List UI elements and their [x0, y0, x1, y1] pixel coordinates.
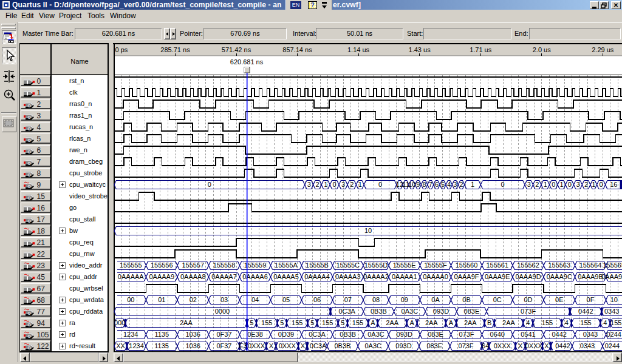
svg-text:1: 1 [471, 181, 474, 188]
svg-text:o: o [27, 125, 30, 131]
svg-text:0E: 0E [555, 296, 563, 303]
svg-text:1: 1 [358, 181, 362, 188]
svg-text:3: 3 [341, 181, 345, 188]
svg-text:o: o [27, 183, 30, 189]
svg-text:o: o [27, 160, 30, 166]
svg-text:0: 0 [378, 181, 382, 188]
svg-text:155: 155 [610, 319, 621, 326]
svg-text:0AAA9F: 0AAA9F [454, 273, 479, 280]
svg-text:093D: 093D [433, 308, 449, 315]
svg-text:0E38: 0E38 [247, 331, 263, 338]
svg-text:X: X [301, 342, 306, 349]
svg-text:0F37: 0F37 [216, 342, 231, 349]
svg-text:1: 1 [544, 181, 547, 188]
svg-text:09: 09 [401, 296, 408, 303]
svg-text:0: 0 [333, 181, 337, 188]
svg-text:B: B [487, 319, 491, 326]
svg-text:o: o [27, 344, 30, 350]
svg-text:0A3C: 0A3C [364, 342, 381, 349]
svg-text:07: 07 [344, 296, 352, 303]
svg-text:2: 2 [535, 181, 539, 188]
svg-text:0343: 0343 [604, 308, 619, 315]
svg-text:155558: 155558 [213, 261, 236, 269]
svg-text:0442: 0442 [578, 308, 593, 315]
svg-text:0D: 0D [524, 296, 532, 303]
svg-text:15555D: 15555D [364, 261, 388, 269]
svg-text:o: o [27, 102, 30, 108]
svg-text:073F: 073F [459, 331, 474, 338]
svg-text:073F: 073F [458, 342, 473, 349]
svg-text:1135: 1135 [154, 342, 169, 349]
svg-text:093D: 093D [395, 342, 411, 349]
svg-text:2AA: 2AA [180, 319, 193, 326]
svg-text:0XXX: 0XXX [248, 342, 265, 349]
svg-text:155560: 155560 [456, 261, 478, 269]
svg-text:0343: 0343 [583, 331, 598, 338]
svg-text:15555E: 15555E [393, 261, 416, 269]
svg-text:0000: 0000 [215, 308, 230, 315]
svg-text:155555: 155555 [120, 261, 142, 269]
svg-text:0XXX: 0XXX [279, 342, 296, 349]
svg-text:0AAAA3: 0AAAA3 [335, 273, 361, 280]
svg-text:o: o [27, 194, 30, 200]
svg-text:X: X [518, 342, 523, 349]
svg-text:0AAA9E: 0AAA9E [485, 273, 510, 280]
svg-text:4: 4 [526, 319, 530, 326]
svg-text:o: o [27, 217, 30, 223]
svg-text:01: 01 [158, 296, 165, 303]
svg-text:155557: 155557 [182, 261, 204, 269]
svg-text:1.43 us: 1.43 us [409, 46, 431, 53]
svg-text:0343: 0343 [580, 342, 595, 349]
svg-text:083E: 083E [464, 308, 480, 315]
svg-text:0F: 0F [587, 296, 595, 303]
svg-text:083E: 083E [428, 331, 443, 338]
svg-text:0AAAA9: 0AAAA9 [149, 273, 174, 280]
svg-text:0 ps: 0 ps [115, 46, 128, 53]
svg-text:08: 08 [372, 296, 380, 303]
svg-text:15555F: 15555F [424, 261, 447, 269]
svg-text:3: 3 [307, 181, 311, 188]
svg-text:0: 0 [600, 181, 603, 188]
svg-text:0C3A: 0C3A [309, 331, 326, 338]
svg-text:155: 155 [352, 319, 363, 326]
svg-text:0A3C: 0A3C [367, 331, 384, 338]
svg-text:0AAAA2: 0AAAA2 [363, 273, 389, 280]
svg-text:083E: 083E [426, 342, 442, 349]
svg-text:0A: 0A [431, 296, 440, 303]
svg-text:1036: 1036 [186, 342, 200, 349]
svg-text:15555C: 15555C [336, 261, 360, 269]
svg-text:0B: 0B [462, 296, 470, 303]
svg-text:0244: 0244 [607, 331, 621, 338]
svg-text:093D: 093D [397, 331, 412, 338]
svg-text:0AAAA0: 0AAAA0 [423, 273, 448, 280]
svg-text:15555A: 15555A [275, 261, 298, 269]
svg-text:0: 0 [552, 181, 555, 188]
svg-text:2.29 us: 2.29 us [592, 46, 614, 53]
svg-text:o: o [27, 171, 30, 177]
svg-text:0XXX: 0XXX [525, 342, 543, 349]
svg-text:0B3B: 0B3B [334, 342, 350, 349]
svg-text:857.14 ns: 857.14 ns [282, 46, 312, 53]
svg-text:2AA: 2AA [386, 319, 398, 326]
svg-text:1.71 us: 1.71 us [470, 46, 492, 53]
svg-text:7: 7 [429, 181, 432, 188]
svg-text:5: 5 [250, 319, 253, 326]
svg-text:0: 0 [568, 181, 572, 188]
svg-text:155561: 155561 [486, 261, 508, 269]
svg-text:03: 03 [220, 296, 228, 303]
svg-text:0AAAAA: 0AAAAA [118, 273, 144, 280]
svg-text:1: 1 [324, 181, 327, 188]
svg-text:571.42 ns: 571.42 ns [222, 46, 251, 53]
svg-text:0D39: 0D39 [278, 331, 294, 338]
svg-text:2: 2 [459, 181, 463, 188]
svg-text:E3: E3 [239, 342, 247, 349]
svg-text:06: 06 [313, 296, 321, 303]
svg-text:155562: 155562 [517, 261, 539, 269]
svg-text:0B3B: 0B3B [340, 331, 356, 338]
svg-text:4: 4 [565, 319, 569, 326]
svg-text:0XXX: 0XXX [494, 342, 511, 349]
svg-text:o: o [27, 332, 30, 339]
svg-text:X: X [544, 342, 549, 349]
svg-text:0244: 0244 [605, 342, 620, 349]
svg-text:155564: 155564 [579, 261, 602, 269]
